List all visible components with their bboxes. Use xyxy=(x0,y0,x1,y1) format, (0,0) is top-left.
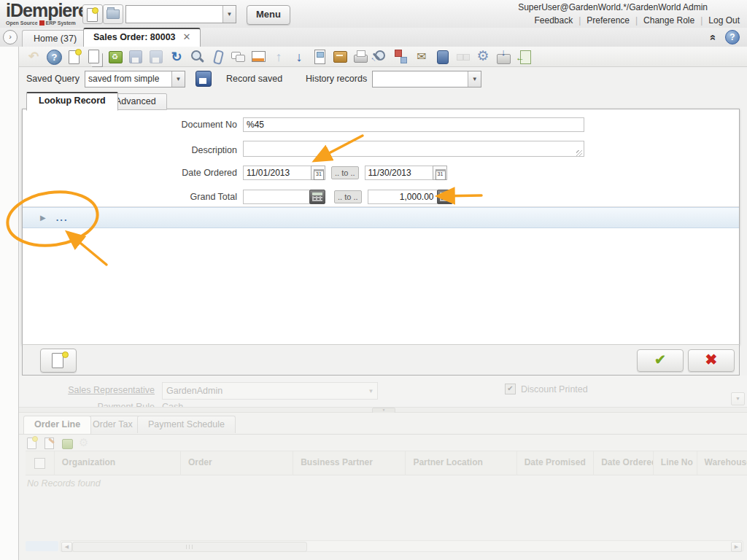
print-preview-icon[interactable] xyxy=(372,48,390,66)
global-search-combo[interactable]: ▼ xyxy=(125,5,236,23)
sales-representative-value: GardenAdmin xyxy=(163,383,365,399)
collapsed-west-panel[interactable] xyxy=(0,47,19,560)
expand-sidebar-button[interactable]: › xyxy=(3,30,18,44)
ok-button[interactable]: ✔ xyxy=(637,349,684,372)
history-records-combo[interactable]: ▼ xyxy=(372,71,481,88)
calendar-icon[interactable]: 31 xyxy=(433,166,447,180)
calculator-icon[interactable] xyxy=(309,190,325,204)
chevron-down-icon: ▼ xyxy=(365,383,377,399)
scroll-right-icon[interactable]: ▶ xyxy=(731,542,742,552)
column-date-ordered[interactable]: Date Ordered xyxy=(594,451,654,475)
menu-button[interactable]: Menu xyxy=(247,5,290,25)
request-icon[interactable] xyxy=(413,48,430,66)
process-line-icon xyxy=(79,438,91,450)
column-order[interactable]: Order xyxy=(181,451,293,475)
cancel-button[interactable]: ✖ xyxy=(688,349,735,372)
chevron-down-icon[interactable]: ▼ xyxy=(222,6,236,23)
exit-window-icon[interactable] xyxy=(515,48,533,66)
new-record-button[interactable] xyxy=(40,349,77,373)
range-to-label: .. to .. xyxy=(334,190,362,203)
logo-title: iDempiere xyxy=(6,1,88,20)
product-info-icon[interactable] xyxy=(433,48,451,66)
scroll-left-icon[interactable]: ◀ xyxy=(61,542,72,552)
tab-home[interactable]: Home (37) xyxy=(22,30,88,47)
saved-query-combo[interactable]: saved from simple ▼ xyxy=(85,71,185,88)
window-toolbar xyxy=(19,47,747,67)
delete-record-icon[interactable] xyxy=(107,48,124,66)
zoom-across-icon xyxy=(454,48,471,66)
feedback-link[interactable]: Feedback xyxy=(534,15,573,26)
find-icon[interactable] xyxy=(188,48,206,66)
document-no-input[interactable] xyxy=(243,117,584,132)
new-record-icon[interactable] xyxy=(66,48,83,66)
help-toolbar-icon[interactable] xyxy=(45,48,63,66)
discount-printed-label: Discount Printed xyxy=(521,384,588,394)
column-business-partner[interactable]: Business Partner xyxy=(293,451,406,475)
save-query-button[interactable] xyxy=(193,69,214,89)
user-role-info: SuperUser@GardenWorld.*/GardenWorld Admi… xyxy=(518,2,708,12)
change-role-link[interactable]: Change Role xyxy=(643,15,694,26)
global-search-value xyxy=(126,6,222,23)
delete-line-icon[interactable] xyxy=(61,438,74,450)
workflow-icon[interactable] xyxy=(392,48,410,66)
close-tab-icon[interactable]: ✕ xyxy=(183,31,191,42)
grid-toggle-icon[interactable] xyxy=(249,48,267,66)
expander-dots: ... xyxy=(56,212,69,223)
scrollbar-thumb[interactable] xyxy=(72,542,307,552)
horizontal-scrollbar[interactable]: ◀ ▶ xyxy=(60,540,743,552)
archive-viewer-icon[interactable] xyxy=(331,48,349,66)
chevron-down-icon[interactable]: ▼ xyxy=(468,71,481,87)
description-input[interactable] xyxy=(243,141,584,157)
new-line-icon[interactable] xyxy=(26,438,39,450)
select-all-checkbox[interactable] xyxy=(26,451,55,475)
column-warehouse[interactable]: Warehouse xyxy=(697,451,747,475)
attachment-icon[interactable] xyxy=(209,48,226,66)
window-tabstrip: › Home (37) Sales Order: 80003✕ « ? xyxy=(0,28,747,47)
lookup-record-panel: Document No Description Date Ordered 31 … xyxy=(22,109,740,345)
detail-panel: Order Line Order Tax Payment Schedule Or… xyxy=(19,413,747,560)
advanced-expander-row[interactable]: ▶ ... xyxy=(23,207,739,228)
calendar-icon[interactable]: 31 xyxy=(311,166,325,180)
chat-icon[interactable] xyxy=(229,48,247,66)
expander-triangle-icon[interactable]: ▶ xyxy=(40,214,46,222)
edit-line-icon[interactable] xyxy=(44,438,56,450)
column-line-no[interactable]: Line No xyxy=(654,451,697,475)
column-organization[interactable]: Organization xyxy=(55,451,181,475)
copy-record-icon[interactable] xyxy=(86,48,104,66)
discount-printed-checkbox[interactable]: ✔ xyxy=(505,384,516,394)
tab-lookup-record[interactable]: Lookup Record xyxy=(26,92,118,111)
open-folder-button[interactable] xyxy=(103,4,123,24)
sales-order-form-background: Sales Representative GardenAdmin ▼ ✔ Dis… xyxy=(19,376,747,407)
help-icon[interactable]: ? xyxy=(725,30,740,44)
detail-record-icon[interactable] xyxy=(290,48,308,66)
panel-splitter[interactable]: ▼ xyxy=(19,407,747,413)
print-icon[interactable] xyxy=(352,48,369,66)
preference-link[interactable]: Preference xyxy=(587,15,630,26)
chevron-down-icon[interactable]: ▼ xyxy=(171,71,185,87)
saved-query-label: Saved Query xyxy=(26,74,80,84)
grand-total-to-input[interactable] xyxy=(368,190,438,204)
saved-query-row: Saved Query saved from simple ▼ Record s… xyxy=(19,67,747,90)
payment-rule-label: Payment Rule xyxy=(38,402,155,407)
date-ordered-to-input[interactable] xyxy=(365,166,433,180)
tab-sales-order[interactable]: Sales Order: 80003✕ xyxy=(83,28,201,47)
undo-icon xyxy=(25,48,42,66)
date-ordered-from-input[interactable] xyxy=(243,166,311,180)
tab-payment-schedule[interactable]: Payment Schedule xyxy=(137,416,236,433)
collapse-header-icon[interactable]: « xyxy=(707,34,719,40)
header-links: Feedback|Preference|Change Role|Log Out xyxy=(534,15,740,26)
scroll-down-icon[interactable]: ▼ xyxy=(731,392,745,405)
column-partner-location[interactable]: Partner Location xyxy=(406,451,516,475)
column-date-promised[interactable]: Date Promised xyxy=(517,451,595,475)
refresh-icon[interactable] xyxy=(168,48,185,66)
export-icon[interactable] xyxy=(495,48,512,66)
report-icon[interactable] xyxy=(311,48,328,66)
top-header: iDempiere Open SourceERP System ▼ Menu S… xyxy=(0,0,747,28)
logout-link[interactable]: Log Out xyxy=(708,15,740,26)
sales-representative-combo[interactable]: GardenAdmin ▼ xyxy=(162,382,378,400)
new-window-button[interactable] xyxy=(82,4,103,24)
tab-order-line[interactable]: Order Line xyxy=(23,416,91,434)
calculator-icon[interactable] xyxy=(437,190,453,204)
process-icon[interactable] xyxy=(474,48,492,66)
grand-total-from-input[interactable] xyxy=(243,190,310,204)
